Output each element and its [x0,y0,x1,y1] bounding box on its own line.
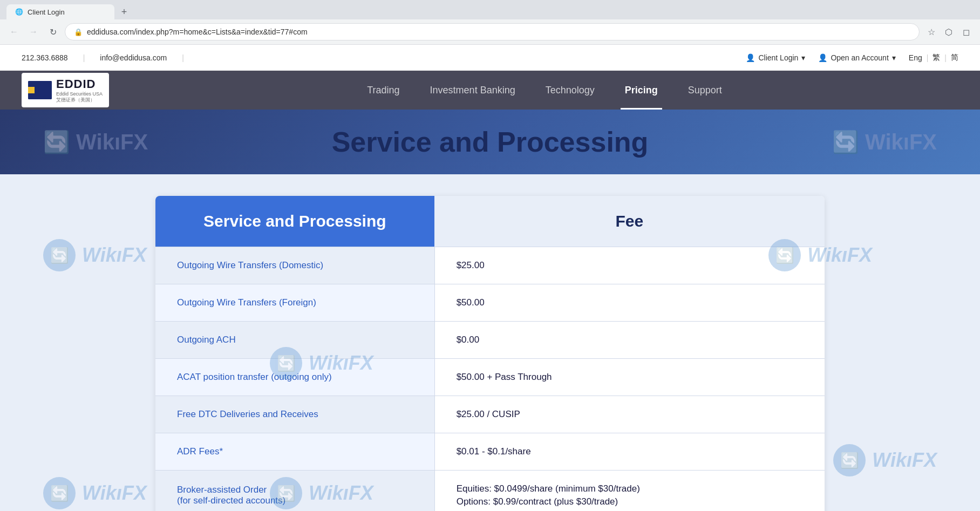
fee-cell-1: $25.00 [434,247,825,284]
logo-company-line2: 艾德证券（美国） [56,97,103,103]
nav-item-pricing[interactable]: Pricing [610,71,673,110]
logo-brand: EDDID [56,77,103,91]
divider1: | [83,53,85,62]
chevron-down-icon: ▾ [801,53,805,62]
fee-cell-6: $0.01 - $0.1/share [434,433,825,470]
table-row: Outgoing Wire Transfers (Foreign) $50.00 [155,284,825,321]
address-bar[interactable]: 🔒 eddidusa.com/index.php?m=home&c=Lists&… [65,23,920,40]
forward-button[interactable]: → [26,24,41,39]
table-row: Outgoing Wire Transfers (Domestic) $25.0… [155,247,825,284]
reload-button[interactable]: ↻ [45,24,60,39]
fee-header-text: Fee [456,212,803,230]
bookmark-button[interactable]: ☆ [924,24,939,39]
extensions-button[interactable]: ⬡ [941,24,956,39]
nav-items: Trading Investment Banking Technology Pr… [352,71,737,110]
service-cell-2: Outgoing Wire Transfers (Foreign) [155,284,434,321]
browser-chrome: 🌐 Client Login + ← → ↻ 🔒 eddidusa.com/in… [0,0,980,45]
pricing-table: Service and Processing Fee Outgoing Wire… [155,196,825,511]
nav-bar: ← → ↻ 🔒 eddidusa.com/index.php?m=home&c=… [0,19,980,44]
window-button[interactable]: ◻ [958,24,974,39]
lang-sep1: | [927,53,929,62]
logo-icon [28,81,52,99]
logo-box: EDDID Eddid Securities USA 艾德证券（美国） [22,73,109,107]
content-area: 🔄 WikıFX 🔄 WikıFX 🔄 WikıFX 🔄 WikıFX 🔄 Wi… [0,174,980,511]
wikifx-wm-1: 🔄 WikıFX [43,239,147,271]
fee-cell-7: Equities: $0.0499/share (minimum $30/tra… [434,471,825,511]
fee-cell-5: $25.00 / CUSIP [434,396,825,433]
service-cell-1: Outgoing Wire Transfers (Domestic) [155,247,434,284]
account-icon: 👤 [818,53,827,62]
service-header-text: Service and Processing [177,212,413,230]
url-text: eddidusa.com/index.php?m=home&c=Lists&a=… [87,28,910,36]
table-row: ADR Fees* $0.01 - $0.1/share [155,433,825,470]
fee-line-1: Equities: $0.0499/share (minimum $30/tra… [457,483,640,494]
fee-cell-3: $0.00 [434,322,825,358]
utility-bar-right: 👤 Client Login ▾ 👤 Open an Account ▾ Eng… [746,53,958,63]
lang-sep2: | [944,53,947,62]
service-cell-6: ADR Fees* [155,433,434,470]
table-row: Free DTC Deliveries and Receives $25.00 … [155,396,825,433]
fee-cell-4: $50.00 + Pass Through [434,359,825,396]
service-cell-7: Broker-assisted Order(for self-directed … [155,471,434,511]
lang-eng[interactable]: Eng [909,53,922,62]
page-title: Service and Processing [0,126,980,158]
nav-item-trading[interactable]: Trading [352,71,414,110]
wikifx-wm-4: 🔄 WikıFX [833,444,937,476]
main-nav: EDDID Eddid Securities USA 艾德证券（美国） Trad… [0,71,980,110]
lang-trad[interactable]: 繁 [933,53,940,63]
website: 212.363.6888 | info@eddidusa.com | 👤 Cli… [0,45,980,511]
page-title-area: 🔄 WikıFX 🔄 WikıFX Service and Processing [0,110,980,174]
new-tab-button[interactable]: + [117,4,132,19]
service-cell-5: Free DTC Deliveries and Receives [155,396,434,433]
logo-text: EDDID Eddid Securities USA 艾德证券（美国） [56,77,103,103]
wikifx-wm-5: 🔄 WikıFX [43,477,147,509]
open-account-button[interactable]: 👤 Open an Account ▾ [818,53,895,62]
service-cell-4: ACAT position transfer (outgoing only) [155,359,434,396]
table-header: Service and Processing Fee [155,196,825,247]
fee-cell-2: $50.00 [434,284,825,321]
nav-item-technology[interactable]: Technology [530,71,610,110]
table-row: ACAT position transfer (outgoing only) $… [155,358,825,396]
nav-item-investment-banking[interactable]: Investment Banking [415,71,530,110]
back-button[interactable]: ← [6,24,22,39]
utility-bar: 212.363.6888 | info@eddidusa.com | 👤 Cli… [0,45,980,71]
email-address: info@eddidusa.com [100,53,167,62]
divider2: | [182,53,184,62]
header-service: Service and Processing [155,196,434,247]
logo-company-line1: Eddid Securities USA [56,91,103,97]
fee-multiline: Equities: $0.0499/share (minimum $30/tra… [457,483,640,507]
lock-icon: 🔒 [74,28,83,36]
utility-bar-left: 212.363.6888 | info@eddidusa.com | [22,53,188,62]
table-row: Outgoing ACH $0.00 [155,321,825,358]
browser-tab[interactable]: 🌐 Client Login [6,4,114,19]
logo-area: EDDID Eddid Securities USA 艾德证券（美国） [22,73,109,107]
table-row: Broker-assisted Order(for self-directed … [155,470,825,511]
service-cell-3: Outgoing ACH [155,322,434,358]
phone-number: 212.363.6888 [22,53,68,62]
nav-right-icons: ☆ ⬡ ◻ [924,24,974,39]
lang-simp[interactable]: 简 [951,53,958,63]
language-switcher: Eng | 繁 | 简 [909,53,958,63]
client-login-button[interactable]: 👤 Client Login ▾ [746,53,805,62]
chevron-down-icon-2: ▾ [892,53,896,62]
fee-line-2: Options: $0.99/contract (plus $30/trade) [457,496,640,507]
header-fee: Fee [434,196,825,247]
svg-rect-3 [28,87,35,93]
person-icon: 👤 [746,53,755,62]
nav-item-support[interactable]: Support [673,71,737,110]
tab-bar: 🌐 Client Login + [0,0,980,19]
